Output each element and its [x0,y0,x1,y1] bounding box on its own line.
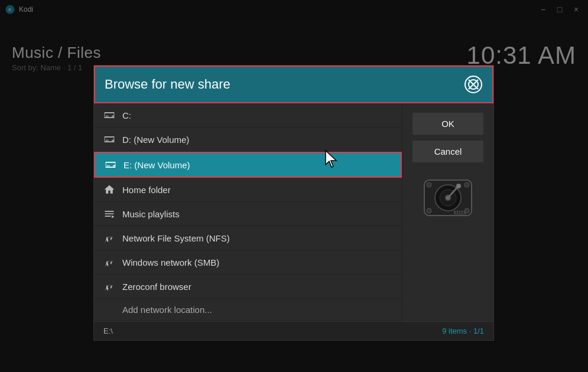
dialog-footer: E:\ 9 items · 1/1 [94,321,493,340]
drive-icon [105,159,116,171]
list-item[interactable]: Zeroconf browser [94,275,402,299]
footer-path: E:\ [103,327,113,335]
drive-icon [103,133,115,145]
network-icon [103,256,115,268]
dialog-right-panel: OK Cancel [402,103,493,321]
list-item[interactable]: D: (New Volume) [94,128,402,152]
cancel-button[interactable]: Cancel [412,141,483,162]
add-network-location[interactable]: Add network location... [94,299,402,321]
playlist-icon [103,208,115,220]
network-icon [103,280,115,292]
svg-rect-21 [463,211,464,214]
list-item-label: Home folder [122,185,171,195]
svg-point-12 [456,184,461,188]
footer-count: 9 items · 1/1 [442,327,484,335]
list-item[interactable]: Home folder [94,178,402,202]
svg-rect-18 [456,211,457,214]
browse-dialog: Browse for new share C: [93,65,494,341]
dialog-body: C: D: (New Volume) E: (New Volume) [94,103,493,321]
dialog-title: Browse for new share [105,77,230,92]
svg-point-13 [427,182,431,187]
hdd-image [418,168,477,227]
list-item[interactable]: Music playlists [94,202,402,226]
svg-point-14 [464,182,469,187]
list-item-selected[interactable]: E: (New Volume) [94,152,402,178]
svg-point-15 [427,208,431,213]
list-item-label: C: [122,110,131,120]
add-location-label: Add network location... [122,305,212,315]
ok-button[interactable]: OK [412,113,483,135]
list-item[interactable]: Network File System (NFS) [94,226,402,250]
dialog-header: Browse for new share [94,66,493,103]
dialog-kodi-logo [464,75,483,94]
list-item[interactable]: C: [94,103,402,128]
list-item-label: E: (New Volume) [124,160,190,170]
file-list: C: D: (New Volume) E: (New Volume) [94,103,402,321]
list-item[interactable]: Windows network (SMB) [94,250,402,275]
svg-rect-20 [460,211,462,214]
list-item-label: Network File System (NFS) [122,233,230,243]
list-item-label: Windows network (SMB) [122,257,219,267]
network-icon [103,232,115,244]
svg-rect-19 [458,211,459,214]
home-icon [103,184,115,195]
list-item-label: Zeroconf browser [122,282,191,292]
drive-icon [103,109,115,121]
list-item-label: Music playlists [122,209,180,219]
list-item-label: D: (New Volume) [122,135,189,145]
